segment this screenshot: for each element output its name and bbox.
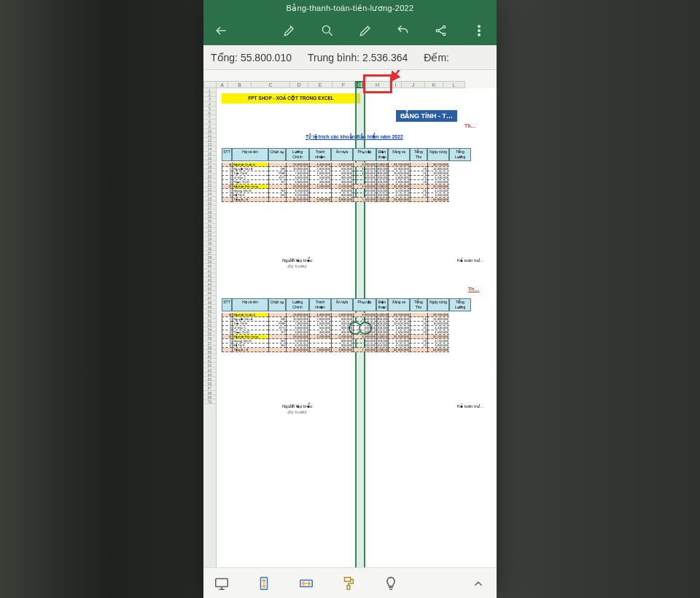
table-col-header: Chức vụ bbox=[268, 298, 286, 311]
cell[interactable]: 46.500.000 bbox=[286, 348, 309, 352]
svg-point-1 bbox=[436, 29, 438, 31]
month-label-2: Th… bbox=[468, 287, 480, 292]
cell[interactable] bbox=[222, 348, 232, 352]
bottom-toolbar bbox=[203, 567, 497, 598]
table-col-header: Điện thoại bbox=[376, 148, 388, 161]
cell[interactable] bbox=[222, 198, 232, 202]
document-title: Bảng-thanh-toán-tiền-lương-2022 bbox=[203, 0, 497, 16]
insurance-link[interactable]: Tỷ lệ trích các khoản Bảo hiểm năm 2022 bbox=[306, 134, 403, 140]
cell[interactable]: 7.400.000 bbox=[353, 348, 376, 352]
svg-rect-11 bbox=[347, 585, 350, 589]
banner-heading: FPT SHOP - XOÁ CỘT TRONG EXCEL bbox=[222, 93, 360, 104]
count-display: Đếm: bbox=[424, 52, 449, 63]
select-all-corner[interactable] bbox=[203, 81, 217, 88]
table-col-header: Phụ cấp bbox=[353, 148, 376, 161]
table-row[interactable]: Tổng A + B46.500.0005.600.0003.800.0007.… bbox=[222, 198, 449, 202]
table-col-header: Ngày công bbox=[427, 148, 449, 161]
app-window: Bảng-thanh-toán-tiền-lương-2022 Tổng: 55… bbox=[203, 0, 497, 598]
spreadsheet-viewport[interactable]: ABCDEFGHIJKL 123456789101112131415161718… bbox=[203, 70, 497, 567]
autofit-col-icon[interactable] bbox=[297, 574, 316, 593]
table1-header-row: STTHọ và tênChức vụLương ChínhTrách nhiệ… bbox=[222, 148, 471, 161]
table-row[interactable]: Tổng A + B46.500.0005.600.0003.800.0007.… bbox=[222, 348, 449, 352]
undo-icon[interactable] bbox=[394, 22, 412, 39]
svg-point-0 bbox=[322, 26, 330, 33]
table-col-header: Tổng Lương Thực Tế bbox=[449, 298, 471, 311]
avg-display: Trung bình: 2.536.364 bbox=[308, 52, 408, 63]
table-col-header: STT bbox=[222, 148, 232, 161]
table-col-header: Ăn trưa bbox=[331, 148, 353, 161]
cell[interactable]: Tổng A + B bbox=[232, 348, 268, 352]
cell[interactable]: 3.800.000 bbox=[331, 348, 353, 352]
signature-left-2: Người lập biểu(Ký, họ tên) bbox=[282, 403, 312, 415]
edit-icon[interactable] bbox=[357, 22, 374, 39]
sheet-main-title: BẢNG TÍNH - T… bbox=[396, 110, 457, 122]
autofit-row-icon[interactable] bbox=[254, 574, 273, 593]
more-menu-icon[interactable] bbox=[470, 22, 488, 39]
row-header[interactable]: 70 bbox=[203, 400, 216, 404]
cell[interactable]: 2.000.000 bbox=[376, 348, 388, 352]
svg-point-3 bbox=[443, 33, 446, 35]
pen-icon[interactable] bbox=[281, 22, 298, 39]
signature-left-1: Người lập biểu(Ký, họ tên) bbox=[282, 257, 312, 269]
table-col-header: Phụ cấp bbox=[353, 298, 376, 311]
table-col-header: Trách nhiệm bbox=[309, 298, 331, 311]
cell[interactable]: 46.500.000 bbox=[286, 198, 309, 202]
svg-point-2 bbox=[443, 26, 446, 28]
format-paint-icon[interactable] bbox=[339, 574, 358, 593]
table-col-header: Tổng Lương Thực Tế bbox=[449, 148, 471, 161]
col-header-E[interactable]: E bbox=[308, 81, 332, 88]
table-col-header: Họ và tên bbox=[232, 298, 268, 311]
cell[interactable]: 7.400.000 bbox=[353, 198, 376, 202]
search-icon[interactable] bbox=[319, 22, 336, 39]
svg-line-7 bbox=[391, 70, 417, 81]
svg-rect-8 bbox=[216, 578, 228, 586]
cell[interactable]: 2.000.000 bbox=[376, 198, 388, 202]
cell[interactable]: Tổng A + B bbox=[232, 198, 268, 202]
idea-bulb-icon[interactable] bbox=[381, 574, 400, 593]
sheet-canvas[interactable]: FPT SHOP - XOÁ CỘT TRONG EXCEL BẢNG TÍNH… bbox=[217, 88, 497, 567]
cell[interactable]: 64.900.000 bbox=[388, 348, 410, 352]
table-col-header: Xăng xe bbox=[388, 298, 410, 311]
table-col-header: Lương Chính bbox=[286, 148, 309, 161]
table-col-header: Ngày công bbox=[427, 298, 449, 311]
col-header-L[interactable]: L bbox=[443, 81, 465, 88]
sum-display: Tổng: 55.800.010 bbox=[211, 52, 292, 63]
display-mode-icon[interactable] bbox=[212, 574, 231, 593]
cell[interactable] bbox=[410, 198, 427, 202]
cell[interactable]: 64.900.000 bbox=[427, 198, 449, 202]
col-header-B[interactable]: B bbox=[228, 81, 252, 88]
cell[interactable]: 64.900.000 bbox=[427, 348, 449, 352]
row-headers[interactable]: 1234567891011121314151617181920212223242… bbox=[203, 88, 217, 567]
expand-toolbar-icon[interactable] bbox=[469, 574, 488, 593]
cell[interactable]: 5.600.000 bbox=[309, 198, 331, 202]
signature-right-1: Kế toán trư… bbox=[457, 257, 484, 263]
cell[interactable] bbox=[268, 348, 286, 352]
table-col-header: Tổng Thu Nhập bbox=[410, 298, 427, 311]
cell[interactable]: 64.900.000 bbox=[388, 198, 410, 202]
aggregate-bar: Tổng: 55.800.010 Trung bình: 2.536.364 Đ… bbox=[203, 45, 497, 70]
table-col-header: STT bbox=[222, 298, 232, 311]
col-header-D[interactable]: D bbox=[290, 81, 308, 88]
col-header-J[interactable]: J bbox=[402, 81, 425, 88]
back-button[interactable] bbox=[212, 22, 230, 39]
col-header-F[interactable]: F bbox=[332, 81, 355, 88]
table-col-header: Chức vụ bbox=[268, 148, 286, 161]
col-header-I[interactable]: I bbox=[390, 81, 402, 88]
share-icon[interactable] bbox=[432, 22, 450, 39]
cell[interactable] bbox=[410, 348, 427, 352]
signature-right-2: Kế toán trư… bbox=[457, 403, 484, 409]
svg-point-6 bbox=[478, 34, 481, 36]
col-header-A[interactable]: A bbox=[217, 81, 228, 88]
cell[interactable]: 5.600.000 bbox=[309, 348, 331, 352]
table-col-header: Ăn trưa bbox=[331, 298, 353, 311]
col-header-G[interactable]: G bbox=[355, 81, 365, 88]
svg-point-5 bbox=[478, 30, 481, 32]
month-label-1: Th… bbox=[464, 123, 476, 128]
col-header-H[interactable]: H bbox=[365, 81, 390, 88]
column-headers[interactable]: ABCDEFGHIJKL bbox=[203, 81, 497, 88]
table-col-header: Trách nhiệm bbox=[309, 148, 331, 161]
col-header-C[interactable]: C bbox=[252, 81, 290, 88]
cell[interactable]: 3.800.000 bbox=[331, 198, 353, 202]
col-header-K[interactable]: K bbox=[425, 81, 443, 88]
cell[interactable] bbox=[268, 198, 286, 202]
